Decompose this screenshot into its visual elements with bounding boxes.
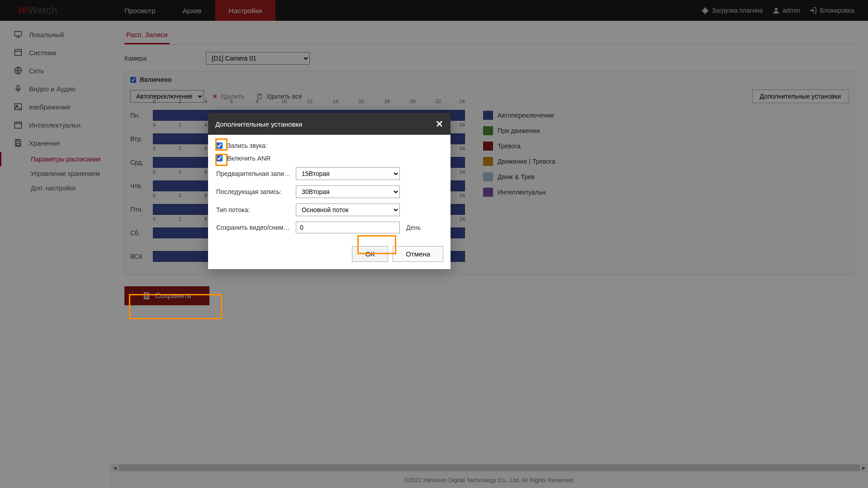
enable-anr-row: Включить ANR (216, 155, 442, 162)
modal-footer: OK Отмена (208, 242, 451, 269)
pre-record-select[interactable]: 15Вторая (296, 167, 400, 180)
advanced-settings-modal: Дополнительные установки ✕ Запись звука:… (208, 113, 451, 269)
pre-record-row: Предварительная запись: 15Вторая (216, 167, 442, 180)
expiry-unit: День (406, 224, 421, 231)
modal-title: Дополнительные установки (215, 120, 302, 128)
pre-record-label: Предварительная запись: (216, 170, 291, 177)
expiry-label: Сохранить видео/снимк… (216, 224, 291, 231)
modal-body: Запись звука: Включить ANR Предварительн… (208, 135, 451, 242)
modal-header: Дополнительные установки ✕ (208, 113, 451, 135)
post-record-label: Последующая запись: (216, 188, 291, 195)
enable-anr-checkbox[interactable] (216, 155, 223, 161)
close-icon[interactable]: ✕ (436, 118, 443, 129)
record-audio-row: Запись звука: (216, 142, 442, 149)
stream-type-row: Тип потока: Основной поток (216, 204, 442, 216)
expiry-row: Сохранить видео/снимк… День (216, 222, 442, 233)
cancel-button[interactable]: Отмена (393, 246, 443, 262)
stream-type-select[interactable]: Основной поток (296, 204, 400, 216)
ok-button[interactable]: OK (352, 246, 388, 262)
record-audio-label: Запись звука: (227, 142, 267, 149)
record-audio-checkbox[interactable] (216, 142, 223, 149)
stream-type-label: Тип потока: (216, 206, 291, 213)
post-record-select[interactable]: 30Вторая (296, 185, 400, 198)
post-record-row: Последующая запись: 30Вторая (216, 185, 442, 198)
expiry-input[interactable] (296, 222, 400, 233)
enable-anr-label: Включить ANR (227, 155, 270, 162)
